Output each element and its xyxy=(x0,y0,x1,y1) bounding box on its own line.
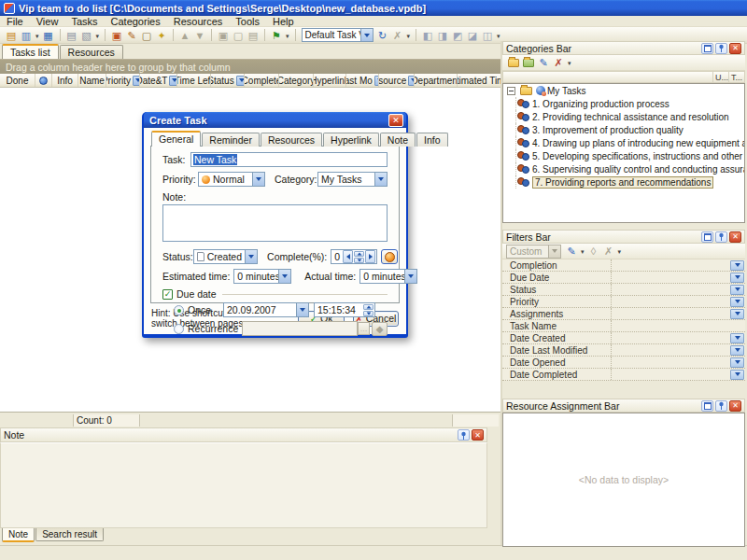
task-view-combo-dropdown-icon[interactable] xyxy=(360,29,373,41)
filter-row-due-date[interactable]: Due Date xyxy=(502,272,745,284)
print-preview-icon[interactable]: ▧ xyxy=(79,28,94,42)
filter-row-date-last-modified[interactable]: Date Last Modified xyxy=(502,344,745,357)
menu-view[interactable]: View xyxy=(30,16,65,27)
column-status[interactable]: Status xyxy=(211,74,245,87)
flag-icon[interactable]: ⚑ xyxy=(269,28,284,42)
date-opened-dropdown-icon[interactable] xyxy=(730,357,744,368)
view-dropdown-icon[interactable]: ▾ xyxy=(407,30,411,43)
filter-row-task-name[interactable]: Task Name xyxy=(502,320,745,332)
status-dropdown-icon[interactable] xyxy=(730,285,744,295)
edit-category-icon[interactable]: ✎ xyxy=(536,56,551,70)
complete-down-icon[interactable] xyxy=(354,258,364,263)
move-up-icon[interactable]: ▲ xyxy=(177,28,192,42)
task-name-input[interactable]: New Task xyxy=(190,152,388,167)
column-last-modified[interactable]: Last Mo xyxy=(346,74,379,87)
filters-close-icon[interactable]: ✕ xyxy=(729,231,741,243)
due-date-combo[interactable]: 20.09.2007 xyxy=(223,302,309,317)
group-by-bar[interactable]: Drag a column header here to group by th… xyxy=(0,59,500,74)
complete-decrease-icon[interactable] xyxy=(343,250,353,263)
category-combo[interactable]: My Tasks xyxy=(317,172,388,187)
dialog-tab-info[interactable]: Info xyxy=(416,133,448,147)
once-radio[interactable] xyxy=(174,305,184,315)
recurrence-diamond-icon[interactable]: ◆ xyxy=(372,322,388,336)
column-department[interactable]: Department xyxy=(415,74,458,87)
toggle-categories-bar-icon[interactable]: ◧ xyxy=(420,28,435,42)
toggle-resource-bar-icon[interactable]: ◩ xyxy=(450,28,465,42)
open-dropdown-icon[interactable]: ▾ xyxy=(35,30,39,43)
tab-tasks-list[interactable]: Tasks list xyxy=(2,44,59,59)
resource-pin-icon[interactable] xyxy=(715,400,727,412)
delete-task-icon[interactable]: ▢ xyxy=(139,28,154,42)
filter-preset-combo[interactable]: Custom xyxy=(506,245,561,259)
customize-filter-dropdown-icon[interactable]: ▾ xyxy=(581,245,585,259)
dialog-tab-hyperlink[interactable]: Hyperlink xyxy=(323,133,379,147)
complete-task-icon[interactable]: ▣ xyxy=(216,28,231,42)
filter-row-completion[interactable]: Completion xyxy=(502,259,745,272)
estimated-time-dropdown-icon[interactable] xyxy=(278,270,290,283)
filter-row-status[interactable]: Status xyxy=(502,284,745,296)
filter-row-date-opened[interactable]: Date Opened xyxy=(502,357,745,369)
menu-file[interactable]: File xyxy=(0,16,30,27)
actual-time-combo[interactable]: 0 minutes xyxy=(359,269,417,284)
collapse-icon[interactable] xyxy=(507,87,515,95)
recurrence-input[interactable] xyxy=(242,321,358,336)
complete-increase-icon[interactable] xyxy=(365,250,375,263)
tree-item-category-3[interactable]: 3. Improvement of production quality xyxy=(503,123,744,136)
time-down-icon[interactable] xyxy=(363,311,374,316)
column-date-time[interactable]: Date&T xyxy=(140,74,177,87)
resource-close-icon[interactable]: ✕ xyxy=(729,400,741,412)
tree-item-category-6[interactable]: 6. Supervising quality control and condu… xyxy=(503,162,744,175)
move-down-icon[interactable]: ▼ xyxy=(192,28,207,42)
toggle-note-bar-icon[interactable]: ◪ xyxy=(465,28,480,42)
category-combo-dropdown-icon[interactable] xyxy=(374,173,387,186)
column-done[interactable]: Done xyxy=(0,74,35,87)
column-priority[interactable]: Priority xyxy=(106,74,140,87)
new-subcategory-icon[interactable] xyxy=(521,56,536,70)
actual-time-dropdown-icon[interactable] xyxy=(404,270,416,283)
note-textarea[interactable] xyxy=(162,204,388,242)
filter-row-date-completed[interactable]: Date Completed xyxy=(502,369,745,381)
uncomplete-task-icon[interactable]: ▢ xyxy=(231,28,246,42)
customize-filter-icon[interactable]: ✎ xyxy=(564,245,579,259)
priority-combo[interactable]: Normal xyxy=(198,172,265,187)
tree-item-category-2[interactable]: 2. Providing technical assistance and re… xyxy=(503,110,744,123)
new-database-icon[interactable]: ▤ xyxy=(4,28,19,42)
delete-view-icon[interactable]: ✗ xyxy=(390,28,405,42)
filters-pin-icon[interactable] xyxy=(715,231,727,243)
filters-minimize-icon[interactable] xyxy=(701,231,713,243)
toggle-filters-bar-icon[interactable]: ◨ xyxy=(435,28,450,42)
apply-view-icon[interactable]: ↻ xyxy=(375,28,390,42)
complete-gauge-button[interactable] xyxy=(381,249,398,264)
task-view-combo[interactable]: Default Task V xyxy=(302,28,374,42)
note-close-icon[interactable]: ✕ xyxy=(472,429,484,441)
date-filter-icon[interactable] xyxy=(169,76,177,86)
filters-toolbar-dropdown-icon[interactable]: ▾ xyxy=(618,245,622,259)
estimated-time-combo[interactable]: 0 minutes xyxy=(233,269,291,284)
dialog-tab-resources[interactable]: Resources xyxy=(261,133,322,147)
categories-toolbar-dropdown-icon[interactable]: ▾ xyxy=(568,57,571,70)
tab-search-result[interactable]: Search result xyxy=(35,528,104,541)
print-icon[interactable]: ▤ xyxy=(64,28,79,42)
new-task-icon[interactable]: ▣ xyxy=(109,28,124,42)
due-time-spinner[interactable]: 15:15:34 xyxy=(314,302,375,317)
time-up-icon[interactable] xyxy=(363,304,374,310)
filter-preset-dropdown-icon[interactable] xyxy=(548,245,560,258)
date-created-dropdown-icon[interactable] xyxy=(730,333,744,343)
filter-row-date-created[interactable]: Date Created xyxy=(502,332,745,344)
tree-item-category-1[interactable]: 1. Organizing production process xyxy=(503,97,744,110)
dialog-tab-general[interactable]: General xyxy=(151,131,201,147)
menu-tools[interactable]: Tools xyxy=(229,16,266,27)
note-pin-icon[interactable] xyxy=(458,429,470,441)
column-info[interactable]: Info xyxy=(52,74,78,87)
column-uncompleted[interactable]: U... xyxy=(712,72,728,82)
tree-item-category-5[interactable]: 5. Developing specifications, instructio… xyxy=(503,149,744,162)
permissions-key-icon[interactable]: ✦ xyxy=(154,28,169,42)
filter-row-assignments[interactable]: Assignments xyxy=(502,308,745,320)
column-complete[interactable]: Complete xyxy=(245,74,279,87)
flag-dropdown-icon[interactable]: ▾ xyxy=(286,30,289,43)
assignments-dropdown-icon[interactable] xyxy=(730,309,744,319)
completion-dropdown-icon[interactable] xyxy=(730,260,744,271)
priority-dropdown-icon[interactable] xyxy=(730,297,744,307)
column-category[interactable]: Category xyxy=(279,74,314,87)
recurrence-radio[interactable] xyxy=(174,324,184,334)
